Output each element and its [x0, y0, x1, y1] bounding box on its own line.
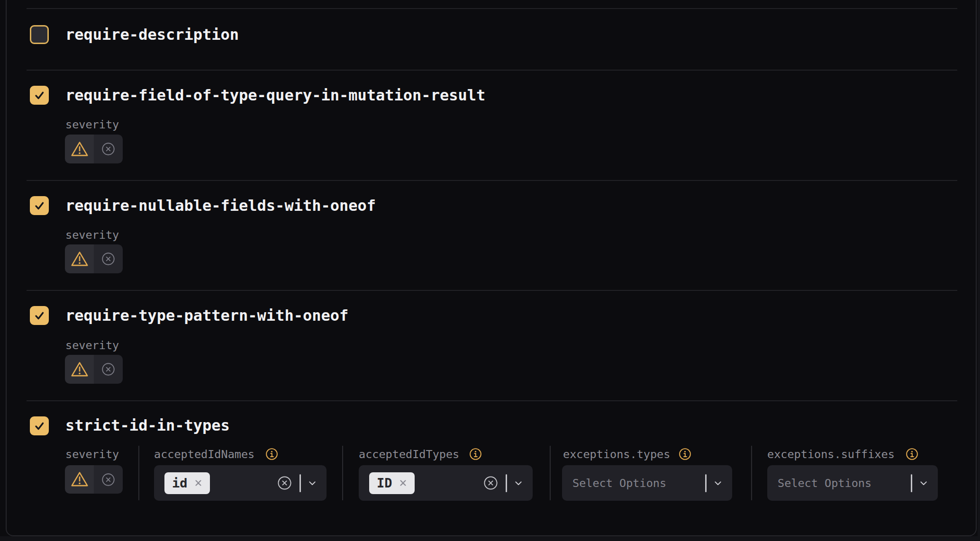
severity-warn-button[interactable]	[65, 244, 94, 273]
severity-label: severity	[65, 339, 119, 352]
severity-off-button[interactable]	[94, 465, 123, 494]
circle-x-icon	[277, 476, 292, 490]
remove-tag-icon[interactable]	[398, 478, 408, 488]
row-divider	[27, 180, 957, 181]
rule-name: require-type-pattern-with-oneof	[65, 306, 348, 325]
clear-selection-button[interactable]	[483, 476, 498, 490]
severity-warn-button[interactable]	[65, 355, 94, 384]
circle-x-icon	[101, 142, 115, 156]
circle-x-icon	[483, 476, 498, 490]
rule-checkbox[interactable]	[30, 306, 49, 325]
severity-toggle	[65, 465, 123, 494]
info-icon[interactable]	[906, 448, 918, 460]
tag-text: id	[172, 472, 188, 494]
option-label: exceptions.types	[563, 448, 670, 460]
severity-toggle	[65, 135, 123, 163]
warning-triangle-icon	[70, 360, 89, 379]
remove-tag-icon[interactable]	[193, 478, 203, 488]
row-divider	[27, 400, 957, 401]
select-divider	[299, 474, 301, 492]
rule-checkbox[interactable]	[30, 416, 49, 435]
select-placeholder: Select Options	[778, 477, 871, 490]
option-label: acceptedIdTypes	[359, 448, 459, 460]
chevron-down-icon[interactable]	[307, 478, 318, 489]
checkmark-icon	[32, 419, 46, 433]
info-icon[interactable]	[679, 448, 691, 460]
chevron-down-icon[interactable]	[513, 478, 524, 489]
row-divider	[27, 8, 957, 9]
chevron-down-icon[interactable]	[918, 478, 929, 489]
row-divider	[27, 290, 957, 291]
warning-triangle-icon	[70, 470, 89, 489]
lint-rules-settings-page: require-description require-field-of-typ…	[0, 0, 980, 541]
select-divider	[506, 474, 507, 492]
circle-x-icon	[101, 252, 115, 266]
field-separator	[550, 446, 551, 500]
severity-toggle	[65, 244, 123, 273]
rule-checkbox[interactable]	[30, 25, 49, 44]
acceptedidnames-multiselect[interactable]: id	[154, 465, 327, 501]
info-icon[interactable]	[469, 448, 482, 460]
severity-toggle	[65, 355, 123, 384]
severity-off-button[interactable]	[94, 244, 123, 273]
checkmark-icon	[32, 308, 46, 323]
rule-name: require-description	[65, 25, 239, 44]
severity-off-button[interactable]	[94, 355, 123, 384]
option-label: acceptedIdNames	[154, 448, 254, 460]
select-placeholder: Select Options	[572, 477, 666, 490]
acceptedidtypes-multiselect[interactable]: ID	[359, 465, 533, 501]
severity-label: severity	[65, 118, 119, 131]
selected-tag: ID	[369, 472, 415, 494]
rule-checkbox[interactable]	[30, 86, 49, 105]
rule-checkbox[interactable]	[30, 196, 49, 215]
tag-text: ID	[377, 472, 392, 494]
clear-selection-button[interactable]	[277, 476, 292, 490]
severity-label: severity	[65, 448, 119, 460]
checkmark-icon	[32, 88, 46, 102]
info-icon[interactable]	[265, 448, 278, 460]
exceptions-suffixes-multiselect[interactable]: Select Options	[767, 465, 938, 501]
option-label: exceptions.suffixes	[767, 448, 895, 460]
field-separator	[138, 446, 139, 500]
severity-label: severity	[65, 229, 119, 241]
rule-name: require-field-of-type-query-in-mutation-…	[65, 86, 485, 105]
warning-triangle-icon	[70, 250, 89, 269]
severity-off-button[interactable]	[94, 135, 123, 163]
warning-triangle-icon	[70, 140, 89, 159]
selected-tag: id	[164, 472, 210, 494]
circle-x-icon	[101, 473, 115, 487]
severity-warn-button[interactable]	[65, 465, 94, 494]
page-background-below-panel	[0, 536, 980, 541]
field-separator	[342, 446, 343, 500]
circle-x-icon	[101, 362, 115, 376]
page-background-right-of-panel	[978, 0, 980, 536]
select-divider	[705, 474, 707, 492]
rule-name: require-nullable-fields-with-oneof	[65, 196, 376, 215]
select-divider	[911, 474, 912, 492]
row-divider	[27, 70, 957, 71]
chevron-down-icon[interactable]	[712, 478, 724, 489]
severity-warn-button[interactable]	[65, 135, 94, 163]
field-separator	[751, 446, 752, 500]
rule-name: strict-id-in-types	[65, 416, 230, 435]
exceptions-types-multiselect[interactable]: Select Options	[562, 465, 732, 501]
checkmark-icon	[32, 198, 46, 213]
